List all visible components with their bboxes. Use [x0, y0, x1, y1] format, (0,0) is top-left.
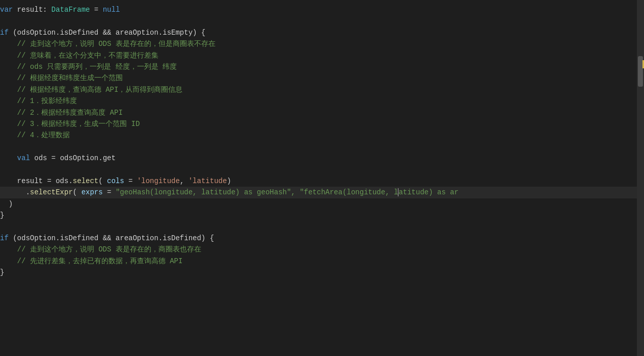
code-text: = [90, 6, 102, 14]
comment-text: // 2．根据经纬度查询高度 API [17, 109, 123, 117]
code-indent [0, 63, 17, 71]
keyword-if2: if [0, 234, 9, 242]
code-line-2 [0, 15, 637, 27]
type-name: DataFrame [51, 6, 90, 14]
code-indent [0, 86, 17, 94]
comment-text: // 4．处理数据 [17, 131, 70, 139]
code-line-13 [0, 141, 637, 152]
code-line-15 [0, 164, 637, 175]
code-indent [0, 257, 17, 265]
code-text: = [103, 188, 116, 196]
code-indent [0, 120, 17, 128]
code-line-7: // 根据经度和纬度生成一个范围 [0, 72, 637, 84]
code-area[interactable]: var result: DataFrame = null if (odsOpti… [0, 0, 637, 356]
code-line-8: // 根据经纬度，查询高德 API，从而得到商圈信息 [0, 84, 637, 95]
code-text: : [43, 6, 51, 14]
code-line-4: // 走到这个地方，说明 ODS 表是存在的，但是商圈表不存在 [0, 38, 637, 49]
param-exprs: exprs [82, 188, 103, 196]
code-text: ) [0, 200, 13, 208]
code-line-3: if (odsOption.isDefined && areaOption.is… [0, 27, 637, 38]
code-text: } [0, 211, 4, 219]
code-text: ) [227, 177, 231, 185]
code-indent [0, 74, 17, 82]
code-text: ( [98, 177, 107, 185]
code-indent [0, 131, 17, 139]
code-indent [0, 109, 17, 117]
keyword-var: var [0, 6, 13, 14]
code-line-6: // ods 只需要两列，一列是 经度，一列是 纬度 [0, 61, 637, 72]
comment-text: // 1．投影经纬度 [17, 97, 77, 105]
comment-text: // 先进行差集，去掉已有的数据，再查询高德 API [17, 257, 183, 265]
keyword-if: if [0, 29, 9, 37]
code-line-17: .selectExpr( exprs = "geoHash(longitude,… [0, 187, 637, 198]
code-line-18: ) [0, 198, 637, 210]
code-text: result [13, 6, 43, 14]
string-longitude: 'longitude [137, 177, 180, 185]
keyword-null: null [103, 6, 120, 14]
string-latitude: 'latitude [189, 177, 227, 185]
method-selectexpr: selectExpr [30, 188, 73, 196]
editor-container: var result: DataFrame = null if (odsOpti… [0, 0, 644, 356]
code-indent [0, 52, 17, 60]
code-line-9: // 1．投影经纬度 [0, 95, 637, 107]
code-line-21: if (odsOption.isDefined && areaOption.is… [0, 233, 637, 244]
comment-text: // 3．根据经纬度，生成一个范围 ID [17, 120, 140, 128]
code-line-1: var result: DataFrame = null [0, 4, 637, 15]
code-indent [0, 97, 17, 105]
code-line-10: // 2．根据经纬度查询高度 API [0, 107, 637, 118]
code-line-11: // 3．根据经纬度，生成一个范围 ID [0, 118, 637, 130]
param-cols: cols [107, 177, 124, 185]
code-text: , [180, 177, 189, 185]
code-indent [0, 154, 17, 162]
code-line-12: // 4．处理数据 [0, 130, 637, 141]
code-line-23: // 先进行差集，去掉已有的数据，再查询高德 API [0, 256, 637, 267]
code-indent: result = ods. [0, 177, 73, 185]
comment-text: // 走到这个地方，说明 ODS 表是存在的，但是商圈表不存在 [17, 40, 216, 48]
code-text: (odsOption.isDefined && areaOption.isDef… [9, 234, 214, 242]
method-select: select [73, 177, 98, 185]
code-text: = [124, 177, 137, 185]
code-line-24: } [0, 267, 637, 278]
keyword-val: val [17, 154, 30, 162]
code-text: (odsOption.isDefined && areaOption.isEmp… [9, 29, 205, 37]
comment-text: // 根据经度和纬度生成一个范围 [17, 74, 123, 82]
code-line-14: val ods = odsOption.get [0, 152, 637, 164]
code-line-16: result = ods.select( cols = 'longitude, … [0, 175, 637, 187]
comment-text: // 根据经纬度，查询高德 API，从而得到商圈信息 [17, 86, 183, 94]
code-line-5: // 意味着，在这个分支中，不需要进行差集 [0, 50, 637, 61]
string-geohash: "geoHash(longitude, latitude) as geoHash… [116, 188, 398, 196]
string-geohash-cont: atitude) as ar [398, 188, 459, 196]
code-line-22: // 走到这个地方，说明 ODS 表是存在的，商圈表也存在 [0, 244, 637, 255]
code-line-19: } [0, 210, 637, 221]
comment-text: // 走到这个地方，说明 ODS 表是存在的，商圈表也存在 [17, 245, 201, 253]
code-text: ( [73, 188, 82, 196]
comment-text: // ods 只需要两列，一列是 经度，一列是 纬度 [17, 63, 177, 71]
comment-text: // 意味着，在这个分支中，不需要进行差集 [17, 52, 158, 60]
code-indent [0, 245, 17, 253]
code-line-20 [0, 221, 637, 232]
code-text: ods = odsOption.get [30, 154, 116, 162]
code-text: } [0, 268, 4, 276]
vertical-scrollbar[interactable] [637, 0, 644, 356]
code-indent [0, 40, 17, 48]
code-indent: . [0, 188, 30, 196]
